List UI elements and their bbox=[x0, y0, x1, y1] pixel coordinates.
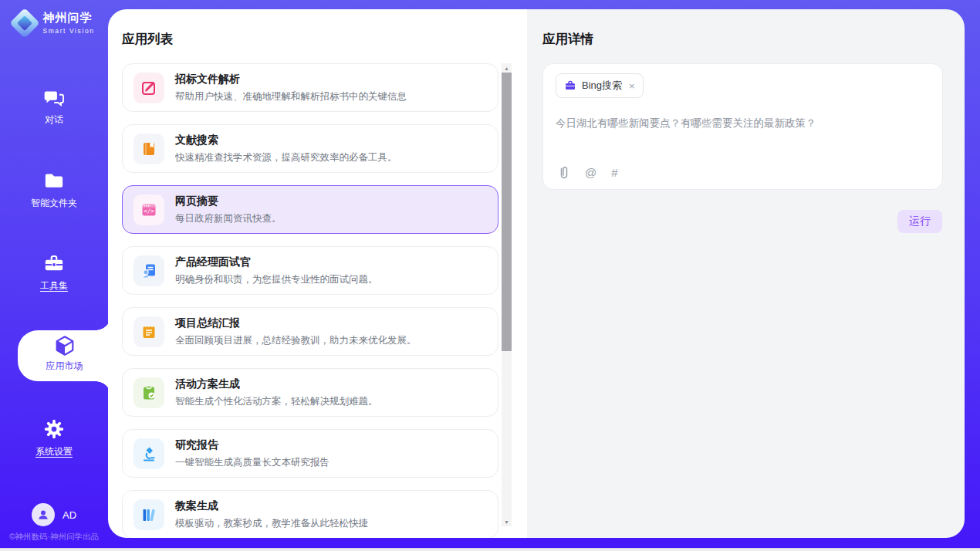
app-card-desc: 模板驱动，教案秒成，教学准备从此轻松快捷 bbox=[175, 517, 368, 530]
sidebar: 神州问学 Smart Vision 对话 智能文件夹 工具集 bbox=[0, 0, 108, 548]
app-card-title: 项目总结汇报 bbox=[175, 316, 417, 330]
avatar bbox=[32, 503, 55, 526]
app-card-desc: 每日政府新闻资讯快查。 bbox=[175, 212, 282, 225]
app-card-lesson-plan[interactable]: 教案生成 模板驱动，教案秒成，教学准备从此轻松快捷 bbox=[122, 490, 498, 538]
list-scrollbar[interactable]: ▲ ▼ bbox=[502, 63, 512, 526]
brand-logo-icon bbox=[13, 12, 36, 35]
sidebar-item-label: 系统设置 bbox=[0, 445, 108, 458]
app-list-title: 应用列表 bbox=[122, 31, 527, 48]
close-icon[interactable]: × bbox=[629, 80, 635, 92]
app-card-title: 研究报告 bbox=[175, 438, 329, 452]
app-card-desc: 快速精准查找学术资源，提高研究效率的必备工具。 bbox=[175, 151, 397, 164]
mention-icon[interactable]: @ bbox=[585, 166, 596, 179]
tool-chip-label: Bing搜索 bbox=[582, 79, 622, 93]
scroll-up-icon[interactable]: ▲ bbox=[502, 63, 512, 73]
app-card-title: 招标文件解析 bbox=[175, 73, 407, 86]
sidebar-item-toolset[interactable]: 工具集 bbox=[0, 252, 108, 292]
attachment-icon[interactable] bbox=[557, 165, 570, 180]
scroll-down-icon[interactable]: ▼ bbox=[502, 517, 512, 526]
gear-icon bbox=[0, 418, 108, 440]
app-detail-panel: 应用详情 Bing搜索 × 今日湖北有哪些新闻要点？有哪些需要关注的最新政策？ … bbox=[527, 9, 965, 538]
browser-code-icon: </> bbox=[133, 194, 164, 225]
app-card-title: 网页摘要 bbox=[175, 194, 282, 208]
report-note-icon bbox=[133, 316, 164, 347]
app-list-panel: 应用列表 招标文件解析 帮助用户快速、准确地理解和解析招标书中的关键信息 bbox=[108, 9, 527, 538]
sidebar-item-label: 应用市场 bbox=[18, 360, 111, 373]
app-card-title: 活动方案生成 bbox=[175, 377, 378, 391]
book-icon bbox=[133, 134, 164, 164]
query-composer[interactable]: Bing搜索 × 今日湖北有哪些新闻要点？有哪些需要关注的最新政策？ @ # bbox=[542, 63, 943, 190]
svg-text:</>: </> bbox=[144, 208, 154, 215]
app-card-title: 教案生成 bbox=[175, 499, 368, 513]
app-window: 应用列表 招标文件解析 帮助用户快速、准确地理解和解析招标书中的关键信息 bbox=[0, 0, 980, 548]
app-card-title: 产品经理面试官 bbox=[175, 255, 378, 269]
sidebar-item-chat[interactable]: 对话 bbox=[0, 86, 108, 127]
interviewer-icon bbox=[133, 255, 164, 286]
main-content: 应用列表 招标文件解析 帮助用户快速、准确地理解和解析招标书中的关键信息 bbox=[108, 9, 965, 538]
cube-icon bbox=[18, 335, 111, 357]
sidebar-item-label: 工具集 bbox=[0, 279, 108, 292]
microscope-icon bbox=[133, 438, 164, 469]
tool-chip-bing-search[interactable]: Bing搜索 × bbox=[556, 73, 644, 98]
app-card-research-report[interactable]: 研究报告 一键智能生成高质量长文本研究报告 bbox=[122, 429, 498, 478]
hash-icon[interactable]: # bbox=[611, 166, 617, 179]
app-card-desc: 一键智能生成高质量长文本研究报告 bbox=[175, 456, 329, 469]
app-card-project-summary[interactable]: 项目总结汇报 全面回顾项目进展，总结经验教训，助力未来优化发展。 bbox=[122, 307, 498, 356]
briefcase-icon bbox=[564, 79, 576, 92]
app-card-literature-search[interactable]: 文献搜索 快速精准查找学术资源，提高研究效率的必备工具。 bbox=[122, 124, 498, 173]
toolbox-icon bbox=[0, 252, 108, 274]
app-card-title: 文献搜索 bbox=[175, 134, 397, 147]
books-icon bbox=[133, 499, 164, 530]
app-card-list: 招标文件解析 帮助用户快速、准确地理解和解析招标书中的关键信息 文献搜索 快速精… bbox=[122, 63, 498, 538]
sidebar-item-smart-folder[interactable]: 智能文件夹 bbox=[0, 170, 108, 210]
app-card-desc: 明确身份和职责，为您提供专业性的面试问题。 bbox=[175, 273, 378, 286]
clipboard-check-icon bbox=[133, 377, 164, 408]
app-card-desc: 智能生成个性化活动方案，轻松解决规划难题。 bbox=[175, 395, 378, 408]
sidebar-item-settings[interactable]: 系统设置 bbox=[0, 418, 108, 458]
brand-subtitle: Smart Vision bbox=[42, 27, 94, 35]
app-detail-title: 应用详情 bbox=[542, 31, 965, 48]
app-card-desc: 帮助用户快速、准确地理解和解析招标书中的关键信息 bbox=[175, 90, 407, 103]
user-name: AD bbox=[63, 509, 76, 521]
user-account[interactable]: AD bbox=[0, 503, 108, 526]
chat-icon bbox=[0, 86, 108, 108]
run-button[interactable]: 运行 bbox=[897, 210, 942, 233]
sidebar-item-app-market[interactable]: 应用市场 bbox=[18, 330, 111, 381]
brand: 神州问学 Smart Vision bbox=[0, 11, 108, 35]
query-text[interactable]: 今日湖北有哪些新闻要点？有哪些需要关注的最新政策？ bbox=[556, 117, 930, 130]
folder-icon bbox=[0, 170, 108, 191]
copyright-footer: ©神州数码·神州问学出品 bbox=[0, 532, 108, 543]
app-card-event-plan[interactable]: 活动方案生成 智能生成个性化活动方案，轻松解决规划难题。 bbox=[122, 368, 498, 417]
app-card-bid-analysis[interactable]: 招标文件解析 帮助用户快速、准确地理解和解析招标书中的关键信息 bbox=[122, 63, 498, 112]
brand-name: 神州问学 bbox=[42, 11, 94, 25]
app-card-pm-interviewer[interactable]: 产品经理面试官 明确身份和职责，为您提供专业性的面试问题。 bbox=[122, 246, 498, 295]
sidebar-item-label: 对话 bbox=[0, 113, 108, 127]
app-card-desc: 全面回顾项目进展，总结经验教训，助力未来优化发展。 bbox=[175, 334, 417, 347]
scrollbar-thumb[interactable] bbox=[502, 73, 512, 351]
app-card-web-summary[interactable]: </> 网页摘要 每日政府新闻资讯快查。 bbox=[122, 185, 498, 234]
edit-document-icon bbox=[133, 73, 164, 103]
sidebar-item-label: 智能文件夹 bbox=[0, 197, 108, 210]
screen-bottom-edge bbox=[0, 548, 980, 551]
